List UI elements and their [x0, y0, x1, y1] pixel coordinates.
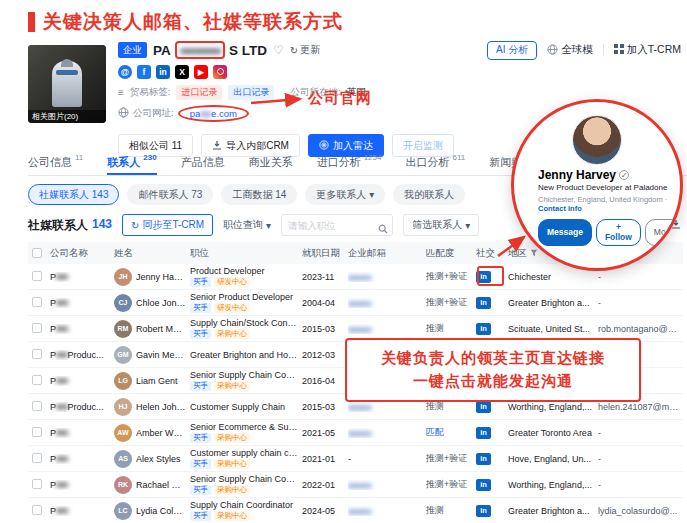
- table-row[interactable]: P■■■ AWAmber Whitty Senior Ecommerce & S…: [28, 420, 683, 446]
- linkedin-icon[interactable]: in: [476, 453, 491, 465]
- social-icons-row: @finX▶: [118, 64, 681, 79]
- start-date-cell: 2021-01: [302, 454, 348, 464]
- contact-chip-0[interactable]: 社媒联系人 143: [28, 184, 119, 205]
- position-cell: Senior Ecommerce & Supply Cha...买手采购中心: [190, 422, 302, 443]
- linkedin-icon[interactable]: in: [476, 479, 491, 491]
- row-checkbox[interactable]: [32, 401, 42, 411]
- contact-name-cell[interactable]: RKRachael Kelly: [114, 476, 190, 494]
- company-email-cell: ■■■■■■: [348, 298, 426, 308]
- company-cell: P■■■Produc...: [50, 350, 114, 360]
- linkedin-icon[interactable]: in: [476, 297, 491, 309]
- tab-item-4[interactable]: 进口分析1254: [317, 150, 382, 175]
- match-level-cell: 推测+验证: [426, 452, 476, 465]
- position-cell: Supply Chain/Stock Control买手采购中心: [190, 318, 302, 339]
- row-checkbox[interactable]: [32, 271, 42, 281]
- row-checkbox[interactable]: [32, 453, 42, 463]
- position-tag: 买手: [190, 329, 211, 339]
- job-query-dropdown[interactable]: 职位查询▾: [223, 218, 271, 232]
- job-search-input[interactable]: [288, 220, 374, 231]
- social-cell: in: [476, 427, 508, 439]
- follow-button[interactable]: + Follow: [596, 219, 641, 246]
- position-title: Customer Supply Chain: [190, 402, 298, 412]
- contact-name-cell[interactable]: RMRobert Monta...: [114, 320, 190, 338]
- message-button[interactable]: Message: [538, 219, 592, 246]
- contact-name-cell[interactable]: GMGavin Meeks: [114, 346, 190, 364]
- youtube-icon[interactable]: ▶: [194, 65, 208, 79]
- tab-item-0[interactable]: 公司信息11: [28, 150, 83, 175]
- tab-item-1[interactable]: 联系人230: [107, 150, 156, 175]
- contact-name-cell[interactable]: ASAlex Styles: [114, 450, 190, 468]
- position-cell: Product Developer买手研发中心: [190, 266, 302, 287]
- filter-funnel-icon[interactable]: [530, 248, 538, 259]
- website-suffix: e.com: [211, 108, 237, 119]
- match-level-cell: 推测: [426, 322, 476, 335]
- contact-name-cell[interactable]: AWAmber Whitty: [114, 424, 190, 442]
- row-checkbox[interactable]: [32, 349, 42, 359]
- contact-name-cell[interactable]: LGLiam Gent: [114, 372, 190, 390]
- linkedin-icon[interactable]: in: [476, 505, 491, 517]
- company-name-masked: ■■■■■■■■: [180, 45, 220, 56]
- update-button[interactable]: ↻更新: [290, 43, 320, 57]
- company-type-badge: 企业: [118, 42, 147, 58]
- table-row[interactable]: P■■■ CJChloe Jones Senior Product Develo…: [28, 290, 683, 316]
- row-checkbox[interactable]: [32, 427, 42, 437]
- row-checkbox[interactable]: [32, 479, 42, 489]
- contact-chip-1[interactable]: 邮件联系人 73: [127, 184, 213, 205]
- contact-name-cell[interactable]: HJHelen Johnstone: [114, 398, 190, 416]
- email-icon[interactable]: @: [118, 65, 132, 79]
- region-cell: Worthing, England,...: [508, 402, 598, 412]
- contact-chip-2[interactable]: 工商数据 14: [221, 184, 297, 205]
- section-count: 143: [92, 217, 112, 234]
- extra-email-cell: lydia_colasurdo@...: [598, 506, 683, 516]
- table-row[interactable]: P■■■ RKRachael Kelly Senior Supply Chain…: [28, 472, 683, 498]
- filter-contacts-dropdown[interactable]: 筛选联系人▾: [403, 214, 479, 236]
- join-tcrm-button[interactable]: 加入T-CRM: [614, 43, 681, 57]
- position-tag: 采购中心: [214, 433, 250, 443]
- company-photo[interactable]: 相关图片(20): [28, 45, 106, 123]
- ai-analysis-button[interactable]: AI 分析: [487, 41, 537, 60]
- tab-item-2[interactable]: 产品信息: [181, 150, 225, 175]
- import-records-tag[interactable]: 进口记录: [176, 85, 222, 100]
- globe-icon: [547, 44, 558, 57]
- website-link[interactable]: pa■■e.com: [190, 108, 237, 119]
- position-cell: Senior Supply Chain Coordinator买手采购中心: [190, 370, 302, 391]
- linkedin-icon[interactable]: in: [476, 323, 491, 335]
- profile-avatar: [572, 115, 622, 165]
- instagram-icon[interactable]: [213, 65, 227, 79]
- export-records-tag[interactable]: 出口记录: [228, 85, 274, 100]
- contact-name-cell[interactable]: JHJenny Harvey: [114, 268, 190, 286]
- contact-name-cell[interactable]: CJChloe Jones: [114, 294, 190, 312]
- position-tag: 买手: [190, 303, 211, 313]
- row-checkbox[interactable]: [32, 297, 42, 307]
- tab-item-5[interactable]: 出口分析611: [405, 150, 465, 175]
- sync-tcrm-button[interactable]: ↻同步至T-CRM: [122, 214, 213, 236]
- select-all-checkbox[interactable]: [32, 248, 42, 258]
- linkedin-icon-highlight-annotation: [477, 266, 504, 286]
- row-checkbox[interactable]: [32, 323, 42, 333]
- linkedin-icon[interactable]: in: [476, 401, 491, 413]
- search-icon[interactable]: [378, 220, 388, 238]
- match-level-cell: 推测+验证: [426, 270, 476, 283]
- row-checkbox[interactable]: [32, 505, 42, 515]
- masked-email: ■■■■■■: [348, 299, 371, 308]
- row-checkbox[interactable]: [32, 375, 42, 385]
- contact-chip-4[interactable]: 我的联系人: [393, 184, 465, 205]
- position-title: Supply Chain/Stock Control: [190, 318, 298, 328]
- contact-info-link[interactable]: Contact info: [538, 204, 582, 213]
- extra-email-cell: -: [598, 272, 683, 282]
- table-row[interactable]: P■■■ LCLydia Colasurdo Supply Chain Coor…: [28, 498, 683, 523]
- linkedin-icon[interactable]: in: [476, 427, 491, 439]
- table-row[interactable]: P■■■ ASAlex Styles Customer supply chain…: [28, 446, 683, 472]
- contact-chip-3[interactable]: 更多联系人▾: [305, 184, 385, 205]
- linkedin-icon[interactable]: in: [156, 65, 170, 79]
- page-title: 关键决策人邮箱、社媒等联系方式: [43, 9, 343, 35]
- column-header-3: 就职日期: [302, 247, 348, 260]
- x-icon[interactable]: X: [175, 65, 189, 79]
- tab-item-3[interactable]: 商业关系: [249, 150, 293, 175]
- extra-email-cell: -: [598, 428, 683, 438]
- favorite-company-icon[interactable]: ♡: [273, 43, 284, 57]
- global-mode-button[interactable]: 全球模: [547, 43, 593, 57]
- contact-name-cell[interactable]: LCLydia Colasurdo: [114, 502, 190, 520]
- facebook-icon[interactable]: f: [137, 65, 151, 79]
- position-tags: 买手采购中心: [190, 459, 298, 469]
